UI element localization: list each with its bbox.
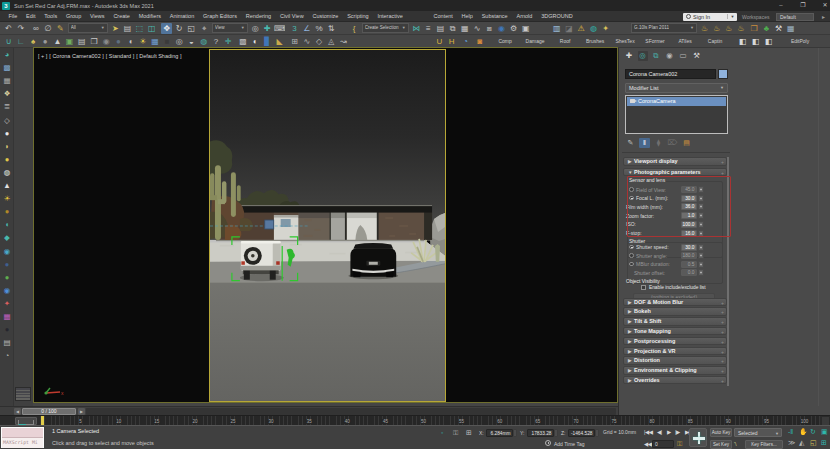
blob-icon[interactable]: ●: [2, 129, 12, 139]
forest-icon[interactable]: ♣: [761, 23, 772, 34]
select-and-move-icon[interactable]: ✥: [161, 23, 172, 34]
minimize-button[interactable]: –: [771, 0, 791, 11]
black-suv[interactable]: [348, 243, 398, 279]
crown-icon[interactable]: ◍: [2, 168, 12, 178]
rollout-postprocessing[interactable]: ▶Postprocessing+: [623, 337, 727, 346]
menu-arnold[interactable]: Arnold: [512, 11, 537, 22]
param-value-field[interactable]: 180.0: [681, 252, 697, 259]
previous-frame-arrow[interactable]: ◀: [14, 408, 21, 415]
sphere-dark-icon[interactable]: ●: [113, 36, 124, 47]
pin-stack-button[interactable]: ✎: [625, 138, 636, 148]
track-bar[interactable]: 5101520253035404550556065707580859095100: [0, 415, 830, 425]
menu-civil-view[interactable]: Civil View: [276, 11, 309, 22]
auto-key-button[interactable]: Auto Key: [710, 428, 732, 437]
menu-file[interactable]: File: [4, 11, 22, 22]
window-crossing-icon[interactable]: ◫: [146, 23, 157, 34]
sign-in-button[interactable]: Sign In ▼: [683, 13, 737, 22]
modifier-list-dropdown[interactable]: Modifier List ▼: [625, 83, 728, 93]
select-and-scale-icon[interactable]: ◱: [186, 23, 197, 34]
named-selection-icon[interactable]: {: [349, 23, 360, 34]
reference-coordinate-dropdown[interactable]: View▼: [212, 23, 248, 33]
swirl-sphere-icon[interactable]: ◉: [2, 247, 12, 257]
create-selection-set-dropdown[interactable]: Create Selection Se▼: [362, 23, 409, 33]
viewport-layout-2-icon[interactable]: ◧: [750, 36, 761, 47]
sun-icon[interactable]: ☀: [2, 194, 12, 204]
rollout-dof-motion-blur[interactable]: ▶DOF & Motion Blur+: [623, 298, 727, 307]
next-frame-arrow[interactable]: ▶: [78, 408, 85, 415]
maxscript-mini-listener[interactable]: MAXScript Mi: [1, 427, 44, 448]
frame-buffer-icon[interactable]: ❒: [749, 23, 760, 34]
curve-editor-icon[interactable]: ∿: [472, 23, 483, 34]
chamfer-icon[interactable]: ◇: [314, 36, 325, 47]
modifier-stack[interactable]: CoronaCamera: [625, 95, 728, 134]
rendered-frame-icon[interactable]: ▣: [520, 23, 531, 34]
keyboard-override-icon[interactable]: ⌨: [274, 23, 285, 34]
select-object-icon[interactable]: ➤: [110, 23, 121, 34]
viewport-general-menu[interactable]: [ + ]: [38, 53, 47, 59]
bind-to-space-warp-icon[interactable]: ✎: [55, 23, 66, 34]
lock-orange-icon[interactable]: ◙: [474, 36, 485, 47]
param-value-field[interactable]: 30.0: [681, 244, 697, 251]
object-color-swatch[interactable]: [718, 69, 728, 79]
configure-modifier-sets-button[interactable]: ▤: [681, 138, 692, 148]
rollout-projection-vr[interactable]: ▶Projection & VR+: [623, 347, 727, 356]
viewport-pov-menu[interactable]: [ Corona Camera002 ]: [49, 53, 103, 59]
corona-donut-icon[interactable]: ◍: [588, 23, 599, 34]
select-and-link-icon[interactable]: ∞: [30, 23, 41, 34]
select-by-name-icon[interactable]: ▤: [122, 23, 133, 34]
viewport-shading-menu[interactable]: [ Default Shading ]: [136, 53, 181, 59]
listener-row[interactable]: MAXScript Mi: [2, 438, 43, 448]
snaps-toggle-icon[interactable]: 3: [289, 23, 300, 34]
document-icon[interactable]: ▤: [76, 36, 87, 47]
menu-tools[interactable]: Tools: [40, 11, 62, 22]
rollout-viewport-display[interactable]: ▶Viewport display+: [623, 157, 727, 166]
brush-icon[interactable]: ◪: [564, 23, 575, 34]
teapot-preview-icon[interactable]: ♨: [723, 23, 734, 34]
param-value-field[interactable]: 0.5: [681, 261, 697, 268]
angle-snap-icon[interactable]: ∠: [301, 23, 312, 34]
h-gold-icon[interactable]: H: [446, 36, 457, 47]
selection-set-dropdown[interactable]: Selected ▼: [734, 428, 782, 437]
menu-interactive[interactable]: Interactive: [373, 11, 407, 22]
key-filter-toggle-icon[interactable]: '\: [734, 440, 743, 448]
select-and-place-icon[interactable]: ⌖: [199, 23, 210, 34]
play-button[interactable]: ▶: [667, 428, 671, 437]
rollout-photographic-parameters[interactable]: ▼Photographic parameters+: [623, 168, 727, 177]
shell-icon[interactable]: ◖: [2, 220, 12, 230]
viewport-layout-tab[interactable]: [15, 387, 31, 401]
set-key-button[interactable]: Set Key: [710, 440, 732, 449]
plane-icon[interactable]: ◇: [2, 116, 12, 126]
percent-snap-icon[interactable]: %: [313, 23, 324, 34]
spinner-icon[interactable]: [698, 269, 704, 276]
sign-in-dropdown-arrow[interactable]: ▼: [727, 14, 737, 19]
isolate-toggle-icon[interactable]: -‖: [788, 427, 793, 437]
tab-create[interactable]: ✚: [624, 51, 634, 61]
viewport-perview-menu[interactable]: [ Standard ]: [106, 53, 134, 59]
editpoly-button[interactable]: EditPoly: [784, 36, 816, 47]
star-color-icon[interactable]: ✦: [2, 299, 12, 309]
maximize-button[interactable]: ❐: [793, 0, 813, 11]
panel-blue-icon[interactable]: ▦: [149, 36, 160, 47]
grid-monitor-icon[interactable]: ▦: [785, 23, 796, 34]
drop-icon[interactable]: ◆: [2, 233, 12, 243]
swirl-icon[interactable]: ◕: [2, 50, 12, 60]
plugin-button-captin[interactable]: Captin: [701, 36, 729, 47]
viewport[interactable]: [ + ] [ Corona Camera002 ] [ Standard ] …: [33, 47, 618, 403]
ruler-triangle-icon[interactable]: ◣: [274, 36, 285, 47]
radio-off[interactable]: [629, 262, 634, 267]
rollout-distortion[interactable]: ▶Distortion+: [623, 356, 727, 365]
rollout-tilt-shift[interactable]: ▶Tilt & Shift+: [623, 317, 727, 326]
path-icon[interactable]: ↝: [338, 36, 349, 47]
tools-hammer-icon[interactable]: ⚒: [773, 23, 784, 34]
photo-icon[interactable]: ▩: [2, 63, 12, 73]
time-slider-handle[interactable]: 0 / 100: [22, 408, 76, 415]
menu-rendering[interactable]: Rendering: [241, 11, 275, 22]
tab-motion[interactable]: ◉: [665, 51, 675, 61]
coord-y-spinner[interactable]: [554, 429, 558, 437]
sphere-gray-icon[interactable]: ●: [40, 36, 51, 47]
make-unique-button[interactable]: ⧫: [653, 138, 664, 148]
big-plus-button[interactable]: [689, 428, 707, 447]
tab-utilities[interactable]: ⚒: [692, 51, 702, 61]
menu-customize[interactable]: Customize: [308, 11, 343, 22]
menu-help[interactable]: Help: [457, 11, 477, 22]
